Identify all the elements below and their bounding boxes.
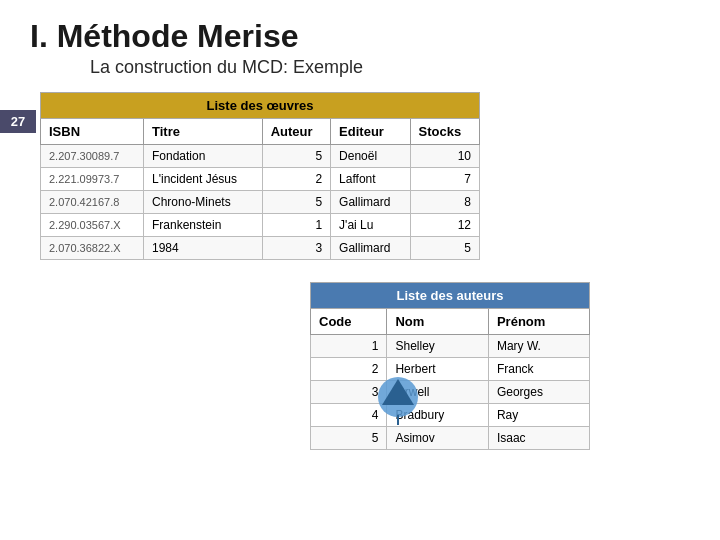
auteurs-row: 5 Asimov Isaac [311,427,590,450]
editeur-cell: Gallimard [331,237,410,260]
titre-cell: 1984 [144,237,263,260]
code-cell: 5 [311,427,387,450]
col-isbn: ISBN [41,119,144,145]
col-editeur: Editeur [331,119,410,145]
prenom-cell: Mary W. [488,335,589,358]
stocks-cell: 7 [410,168,479,191]
auteurs-wrapper: Liste des auteurs Code Nom Prénom 1 Shel… [310,282,590,450]
auteurs-table: Liste des auteurs Code Nom Prénom 1 Shel… [310,282,590,450]
prenom-cell: Ray [488,404,589,427]
livres-row: 2.207.30089.7 Fondation 5 Denoël 10 [41,145,480,168]
col-stocks: Stocks [410,119,479,145]
titre-cell: Frankenstein [144,214,263,237]
code-cell: 1 [311,335,387,358]
auteurs-row: 4 Bradbury Ray [311,404,590,427]
stocks-cell: 10 [410,145,479,168]
auteurs-row: 1 Shelley Mary W. [311,335,590,358]
isbn-cell: 2.221.09973.7 [41,168,144,191]
prenom-cell: Franck [488,358,589,381]
editeur-cell: Gallimard [331,191,410,214]
page-container: I. Méthode Merise La construction du MCD… [0,0,720,540]
titre-cell: L'incident Jésus [144,168,263,191]
stocks-cell: 5 [410,237,479,260]
titre-cell: Chrono-Minets [144,191,263,214]
auteur-cell: 5 [262,145,330,168]
col-nom: Nom [387,309,488,335]
nom-cell: Shelley [387,335,488,358]
livres-row: 2.290.03567.X Frankenstein 1 J'ai Lu 12 [41,214,480,237]
livres-row: 2.070.36822.X 1984 3 Gallimard 5 [41,237,480,260]
title-area: I. Méthode Merise La construction du MCD… [0,0,720,84]
stocks-cell: 8 [410,191,479,214]
auteurs-section-header: Liste des auteurs [311,283,590,309]
auteur-cell: 3 [262,237,330,260]
content-area: Liste des œuvres ISBN Titre Auteur Edite… [0,92,720,260]
livres-row: 2.070.42167.8 Chrono-Minets 5 Gallimard … [41,191,480,214]
editeur-cell: J'ai Lu [331,214,410,237]
prenom-cell: Georges [488,381,589,404]
livres-row: 2.221.09973.7 L'incident Jésus 2 Laffont… [41,168,480,191]
isbn-cell: 2.290.03567.X [41,214,144,237]
stocks-cell: 12 [410,214,479,237]
prenom-cell: Isaac [488,427,589,450]
col-code: Code [311,309,387,335]
isbn-cell: 2.070.42167.8 [41,191,144,214]
isbn-cell: 2.070.36822.X [41,237,144,260]
main-title: I. Méthode Merise [30,18,690,55]
col-prenom: Prénom [488,309,589,335]
auteurs-row: 3 Orwell Georges [311,381,590,404]
editeur-cell: Denoël [331,145,410,168]
isbn-cell: 2.207.30089.7 [41,145,144,168]
col-auteur: Auteur [262,119,330,145]
nom-cell: Asimov [387,427,488,450]
editeur-cell: Laffont [331,168,410,191]
titre-cell: Fondation [144,145,263,168]
auteur-cell: 1 [262,214,330,237]
sub-title: La construction du MCD: Exemple [90,57,690,78]
livres-section-header: Liste des œuvres [41,93,480,119]
arrow-connector [368,367,418,417]
col-titre: Titre [144,119,263,145]
auteur-cell: 5 [262,191,330,214]
livres-table: Liste des œuvres ISBN Titre Auteur Edite… [40,92,480,260]
auteurs-row: 2 Herbert Franck [311,358,590,381]
auteur-cell: 2 [262,168,330,191]
